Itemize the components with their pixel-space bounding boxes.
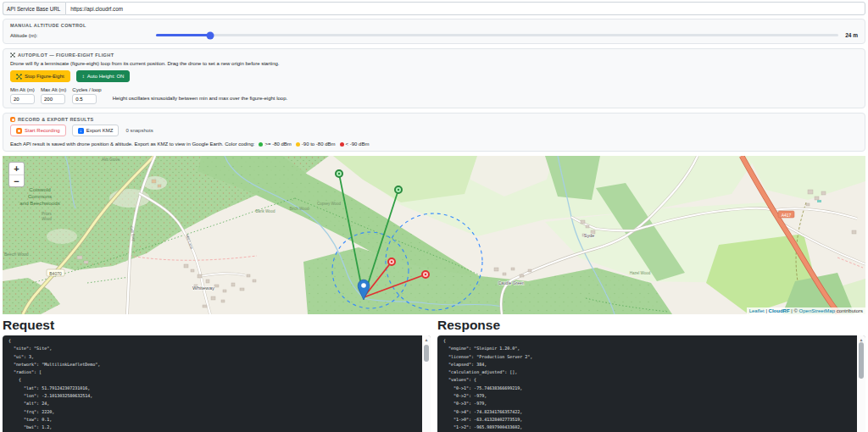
svg-text:Wood: Wood [42, 217, 52, 221]
max-alt-input[interactable] [41, 94, 65, 104]
scroll-up-icon[interactable]: ▲ [422, 335, 431, 343]
svg-text:Commons: Commons [28, 193, 52, 199]
legend-dot-yellow [296, 142, 300, 147]
request-title: Request [3, 318, 431, 333]
signal-marker-green-dot [398, 189, 399, 191]
svg-text:A417: A417 [782, 213, 792, 218]
svg-text:Caudle Green: Caudle Green [498, 280, 524, 285]
max-alt-field: Max Alt (m) [41, 87, 66, 104]
min-alt-field: Min Alt (m) [10, 87, 35, 104]
svg-text:Beech Wood: Beech Wood [4, 252, 29, 257]
svg-text:Hazel Wood: Hazel Wood [630, 271, 651, 275]
response-scrollbar-thumb[interactable] [859, 342, 864, 379]
response-panel: Response { "engine": "Sleipnir 1.20.0", … [437, 314, 865, 432]
leaflet-link[interactable]: Leaflet [749, 308, 765, 313]
stop-figure-eight-button[interactable]: Stop Figure-Eight [10, 70, 70, 82]
signal-marker-green-dot [338, 173, 340, 174]
osm-link[interactable]: OpenStreetMap [799, 308, 835, 313]
map-canvas: Cotswold Commons and Beechwoods Priors W… [3, 156, 865, 314]
snapshots-count: 0 snapshots [125, 128, 153, 133]
svg-text:Priors: Priors [42, 212, 53, 216]
autopilot-note: Height oscillates sinusoidally between m… [113, 96, 287, 101]
auto-height-button[interactable]: ↕ Auto Height: ON [76, 70, 131, 82]
cloudrf-link[interactable]: CloudRF [769, 308, 790, 313]
signal-marker-red-dot [391, 261, 392, 263]
response-title: Response [437, 318, 865, 333]
record-icon [10, 117, 15, 122]
svg-text:B4070: B4070 [49, 271, 62, 276]
zoom-in-button[interactable]: + [9, 163, 24, 174]
request-scrollbar[interactable]: ▲ [422, 335, 431, 432]
cycles-input[interactable] [72, 94, 97, 104]
record-header: RECORD & EXPORT RESULTS [18, 117, 93, 122]
record-icon [16, 128, 22, 134]
response-scrollbar[interactable]: ▲ [857, 335, 865, 432]
drone-icon [16, 74, 22, 80]
manual-altitude-header: MANUAL ALTITUDE CONTROL [10, 23, 858, 28]
altitude-label: Altitude (m): [10, 33, 156, 38]
response-code-block: { "engine": "Sleipnir 1.20.0", "license"… [437, 335, 865, 432]
request-code-block: { "site": "Site", "ui": 3, "network": "M… [3, 335, 431, 432]
svg-text:Whiteway: Whiteway [192, 285, 214, 291]
autopilot-description: Drone will fly a lemniscate (figure-eigh… [10, 60, 858, 67]
request-scrollbar-thumb[interactable] [424, 345, 429, 362]
map-zoom-control: + − [8, 162, 25, 187]
api-url-input[interactable] [65, 2, 865, 15]
legend-dot-red [340, 142, 344, 147]
altitude-slider-thumb[interactable] [207, 31, 214, 39]
manual-altitude-panel: MANUAL ALTITUDE CONTROL Altitude (m): 24… [3, 19, 865, 44]
api-url-label: API Service Base URL [3, 2, 65, 15]
updown-arrow-icon: ↕ [82, 74, 85, 79]
map[interactable]: Cotswold Commons and Beechwoods Priors W… [3, 156, 865, 314]
svg-text:Bank Wood: Bank Wood [255, 209, 275, 213]
export-kmz-button[interactable]: ↓ Export KMZ [72, 125, 120, 136]
svg-text:Syde: Syde [584, 233, 595, 238]
autopilot-panel: AUTOPILOT — FIGURE-EIGHT FLIGHT Drone wi… [3, 48, 865, 108]
cycles-field: Cycles / loop [72, 87, 101, 104]
drone-icon [10, 53, 15, 58]
legend-line: Each API result is saved with drone posi… [10, 141, 858, 147]
request-json: { "site": "Site", "ui": 3, "network": "M… [3, 335, 431, 432]
start-recording-button[interactable]: Start Recording [10, 125, 66, 136]
download-icon: ↓ [78, 128, 84, 134]
signal-marker-red-dot [425, 274, 426, 275]
altitude-value: 24 m [845, 32, 858, 38]
map-attribution: Leaflet | CloudRF | © OpenStreetMap cont… [747, 307, 865, 314]
svg-text:and Beechwoods: and Beechwoods [19, 200, 59, 206]
min-alt-input[interactable] [10, 94, 35, 104]
svg-text:Cotswold: Cotswold [29, 186, 51, 192]
response-json: { "engine": "Sleipnir 1.20.0", "license"… [437, 335, 865, 432]
svg-text:Ash Grove: Ash Grove [102, 158, 120, 162]
legend-dot-green [259, 142, 263, 147]
request-panel: Request { "site": "Site", "ui": 3, "netw… [3, 314, 431, 432]
zoom-out-button[interactable]: − [9, 174, 24, 186]
svg-text:Copsey Wood: Copsey Wood [317, 202, 342, 206]
svg-text:Birch Wood: Birch Wood [289, 207, 309, 211]
api-url-bar: API Service Base URL [3, 2, 865, 15]
altitude-slider[interactable] [156, 31, 838, 40]
record-export-panel: RECORD & EXPORT RESULTS Start Recording … [3, 113, 865, 152]
autopilot-header: AUTOPILOT — FIGURE-EIGHT FLIGHT [18, 53, 114, 58]
